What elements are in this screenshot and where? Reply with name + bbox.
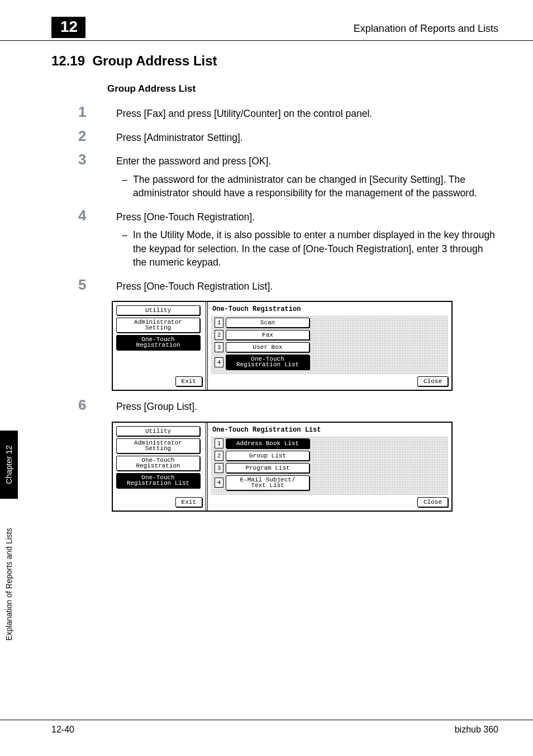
row-number: 2	[215, 451, 223, 461]
step-text: Press [One-Touch Registration List].	[116, 277, 498, 294]
page-header: 12 Explanation of Reports and Lists	[0, 0, 533, 41]
row-number: 1	[215, 318, 223, 328]
breadcrumb-panel: Utility AdministratorSetting One-TouchRe…	[113, 423, 208, 511]
menu-row: 2 Group List	[215, 451, 445, 461]
breadcrumb-utility[interactable]: Utility	[116, 305, 200, 315]
menu-panel: One-Touch Registration 1 Scan 2 Fax 3 Us…	[208, 302, 451, 390]
exit-button[interactable]: Exit	[175, 497, 202, 507]
breadcrumb-one-touch-registration-list[interactable]: One-TouchRegistration List	[116, 473, 200, 488]
section-heading: 12.19 Group Address List	[51, 53, 498, 69]
screenshot-one-touch-registration: Utility AdministratorSetting One-TouchRe…	[112, 301, 453, 391]
step-number: 5	[67, 277, 116, 292]
step-number: 2	[67, 129, 116, 143]
side-tab-chapter-text: Chapter 12	[4, 445, 13, 484]
program-list-button[interactable]: Program List	[226, 463, 310, 473]
menu-row: 3 User Box	[215, 342, 445, 352]
main-content: 12.19 Group Address List Group Address L…	[0, 53, 533, 512]
scan-button[interactable]: Scan	[226, 318, 310, 328]
step-number: 6	[67, 398, 116, 412]
menu-row: 1 Address Book List	[215, 438, 445, 448]
one-touch-registration-list-button[interactable]: One-TouchRegistration List	[226, 355, 310, 370]
user-box-button[interactable]: User Box	[226, 342, 310, 352]
subitem-text: In the Utility Mode, it is also possible…	[133, 228, 498, 270]
step-5: 5 Press [One-Touch Registration List].	[67, 277, 498, 294]
side-tab-title: Explanation of Reports and Lists	[0, 503, 18, 665]
step-main-text: Enter the password and press [OK].	[116, 155, 271, 167]
chapter-number-tab: 12	[51, 17, 85, 38]
step-number: 3	[67, 152, 116, 167]
section-title-text: Group Address List	[92, 53, 217, 68]
step-text: Press [One-Touch Registration]. – In the…	[116, 208, 498, 270]
step-text: Enter the password and press [OK]. – The…	[116, 152, 498, 200]
step-text: Press [Fax] and press [Utility/Counter] …	[116, 105, 498, 121]
step-2: 2 Press [Administrator Setting].	[67, 129, 498, 145]
step-number: 1	[67, 105, 116, 119]
dash-icon: –	[116, 228, 133, 270]
menu-row: 2 Fax	[215, 330, 445, 340]
section-number: 12.19	[51, 53, 85, 68]
breadcrumb-one-touch-registration[interactable]: One-TouchRegistration	[116, 335, 200, 350]
panel-title: One-Touch Registration	[211, 304, 448, 315]
breadcrumb-panel: Utility AdministratorSetting One-TouchRe…	[113, 302, 208, 390]
step-main-text: Press [One-Touch Registration].	[116, 211, 255, 223]
email-subject-text-list-button[interactable]: E-Mail Subject/Text List	[226, 475, 310, 490]
page-footer: 12-40 bizhub 360	[0, 720, 533, 735]
exit-button[interactable]: Exit	[175, 376, 202, 386]
subsection-heading: Group Address List	[107, 83, 498, 94]
step-subitem: – The password for the administrator can…	[116, 173, 498, 200]
step-4: 4 Press [One-Touch Registration]. – In t…	[67, 208, 498, 270]
address-book-list-button[interactable]: Address Book List	[226, 438, 310, 448]
side-tab: Chapter 12 Explanation of Reports and Li…	[0, 431, 18, 665]
close-button[interactable]: Close	[417, 376, 448, 386]
page-number: 12-40	[51, 725, 74, 735]
breadcrumb-administrator-setting[interactable]: AdministratorSetting	[116, 438, 200, 453]
breadcrumb-one-touch-registration[interactable]: One-TouchRegistration	[116, 456, 200, 471]
side-tab-title-text: Explanation of Reports and Lists	[4, 528, 13, 641]
row-number: 3	[215, 342, 223, 352]
fax-button[interactable]: Fax	[226, 330, 310, 340]
step-6: 6 Press [Group List].	[67, 398, 498, 414]
step-text: Press [Administrator Setting].	[116, 129, 498, 145]
menu-row: 1 Scan	[215, 318, 445, 328]
breadcrumb-utility[interactable]: Utility	[116, 426, 200, 436]
step-number: 4	[67, 208, 116, 223]
close-button[interactable]: Close	[417, 497, 448, 507]
menu-row: 4 One-TouchRegistration List	[215, 355, 445, 370]
product-name: bizhub 360	[455, 725, 498, 735]
screenshot-one-touch-registration-list: Utility AdministratorSetting One-TouchRe…	[112, 422, 453, 512]
step-3: 3 Enter the password and press [OK]. – T…	[67, 152, 498, 200]
row-number: 3	[215, 463, 223, 473]
menu-row: 4 E-Mail Subject/Text List	[215, 475, 445, 490]
group-list-button[interactable]: Group List	[226, 451, 310, 461]
dash-icon: –	[116, 173, 133, 200]
step-text: Press [Group List].	[116, 398, 498, 414]
row-number: 4	[215, 478, 223, 488]
subitem-text: The password for the administrator can b…	[133, 173, 498, 200]
panel-title: One-Touch Registration List	[211, 425, 448, 436]
menu-panel: One-Touch Registration List 1 Address Bo…	[208, 423, 451, 511]
step-subitem: – In the Utility Mode, it is also possib…	[116, 228, 498, 270]
row-number: 2	[215, 330, 223, 340]
menu-row: 3 Program List	[215, 463, 445, 473]
side-tab-chapter: Chapter 12	[0, 431, 18, 499]
breadcrumb-administrator-setting[interactable]: AdministratorSetting	[116, 318, 200, 333]
step-1: 1 Press [Fax] and press [Utility/Counter…	[67, 105, 498, 121]
row-number: 1	[215, 438, 223, 448]
row-number: 4	[215, 357, 223, 367]
running-title: Explanation of Reports and Lists	[354, 23, 498, 38]
